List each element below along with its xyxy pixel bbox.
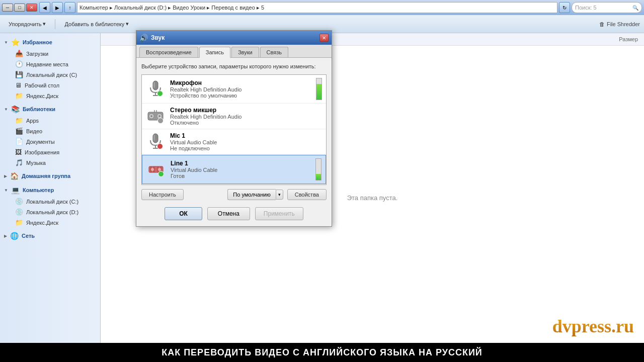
- minimize-button[interactable]: ─: [2, 4, 13, 12]
- recent-label: Недавние места: [26, 61, 68, 67]
- sidebar-item-recent[interactable]: 🕐 Недавние места: [11, 59, 100, 69]
- mic1-status: Не подключено: [170, 145, 322, 151]
- sidebar-item-video[interactable]: 🎬 Видео: [11, 126, 100, 136]
- computer-items: 💿 Локальный диск (C:) 💿 Локальный диск (…: [0, 196, 100, 228]
- homegroup-chevron: ▶: [4, 174, 7, 178]
- homegroup-header[interactable]: ▶ 🏠 Домашняя группа: [0, 170, 100, 182]
- libraries-header[interactable]: ▼ 📚 Библиотеки: [0, 103, 100, 115]
- favorites-section: ▼ ⭐ Избранное 📥 Загрузки 🕐 Недавние мест…: [0, 36, 100, 101]
- sidebar-item-yandex-disk[interactable]: 📁 Яндекс.Диск: [11, 217, 100, 228]
- sidebar-item-downloads[interactable]: 📥 Загрузки: [11, 48, 100, 59]
- device-item-stereo-mixer[interactable]: Стерео микшер Realtek High Definition Au…: [142, 104, 326, 129]
- refresh-button[interactable]: ↻: [559, 2, 570, 13]
- default-dropdown[interactable]: По умолчанию ▾: [227, 189, 283, 200]
- favorites-header[interactable]: ▼ ⭐ Избранное: [0, 36, 100, 48]
- drive-d-icon: 💿: [15, 208, 23, 216]
- favorites-chevron: ▼: [4, 40, 8, 45]
- homegroup-section: ▶ 🏠 Домашняя группа: [0, 170, 100, 182]
- ok-button[interactable]: ОК: [165, 207, 202, 220]
- homegroup-label: Домашняя группа: [22, 173, 70, 179]
- stereo-info: Стерео микшер Realtek High Definition Au…: [170, 107, 322, 126]
- sidebar-item-music[interactable]: 🎵 Музыка: [11, 157, 100, 168]
- microphone-info: Микрофон Realtek High Definition Audio У…: [170, 79, 311, 99]
- up-button[interactable]: ↑: [64, 2, 75, 13]
- line1-info: Line 1 Virtual Audio Cable Готов: [171, 160, 310, 179]
- sidebar-item-images[interactable]: 🖼 Изображения: [11, 147, 100, 157]
- configure-button[interactable]: Настроить: [141, 189, 184, 200]
- libraries-icon: 📚: [11, 105, 20, 113]
- device-list[interactable]: Микрофон Realtek High Definition Audio У…: [141, 74, 327, 185]
- mic1-info: Mic 1 Virtual Audio Cable Не подключено: [170, 132, 322, 151]
- dialog-body: Выберите устройство записи, параметры ко…: [136, 58, 332, 226]
- yandex-disk-icon: 📁: [15, 219, 23, 226]
- computer-chevron: ▼: [4, 188, 8, 193]
- add-library-button[interactable]: Добавить в библиотеку ▾: [60, 19, 133, 29]
- sidebar-item-yandex-fav[interactable]: 📁 Яндекс.Диск: [11, 90, 100, 101]
- line1-level-fill: [316, 174, 321, 180]
- toolbar-separator: [55, 19, 55, 29]
- tab-playback[interactable]: Воспроизведение: [139, 47, 198, 57]
- default-dropdown-arrow[interactable]: ▾: [276, 190, 283, 200]
- search-text: Поиск: 5: [575, 5, 597, 11]
- recent-icon: 🕐: [15, 60, 23, 68]
- caption-text: КАК ПЕРЕВОДИТЬ ВИДЕО С АНГЛИЙСКОГО ЯЗЫКА…: [162, 347, 482, 358]
- apps-icon: 📁: [15, 117, 23, 124]
- network-section: ▶ 🌐 Сеть: [0, 230, 100, 242]
- close-button[interactable]: ✕: [26, 4, 37, 12]
- sidebar-item-drive-c[interactable]: 💿 Локальный диск (C:): [11, 196, 100, 207]
- line1-driver: Virtual Audio Cable: [171, 167, 310, 173]
- tab-sounds[interactable]: Звуки: [231, 47, 259, 57]
- images-icon: 🖼: [15, 148, 22, 156]
- tab-comm[interactable]: Связь: [260, 47, 288, 57]
- sidebar-item-documents[interactable]: 📄 Документы: [11, 136, 100, 147]
- search-icon: 🔍: [632, 5, 638, 11]
- microphone-name: Микрофон: [170, 79, 311, 86]
- search-box[interactable]: Поиск: 5 🔍: [572, 2, 642, 13]
- network-label: Сеть: [22, 233, 35, 239]
- dialog-title-icon: 🔊: [139, 34, 148, 42]
- computer-header[interactable]: ▼ 💻 Компьютер: [0, 184, 100, 196]
- line1-name: Line 1: [171, 160, 310, 167]
- local-c-icon: 💾: [15, 71, 23, 78]
- microphone-icon-box: [146, 79, 165, 99]
- window-controls: ─ □ ✕: [2, 4, 37, 12]
- maximize-button[interactable]: □: [14, 4, 25, 12]
- default-dropdown-main[interactable]: По умолчанию: [227, 189, 275, 200]
- device-item-spdif[interactable]: S/PDIF 1 Virtual Audio Cable Выключено, …: [142, 184, 326, 185]
- organize-chevron: ▾: [43, 21, 46, 27]
- images-label: Изображения: [25, 149, 59, 155]
- microphone-driver: Realtek High Definition Audio: [170, 86, 311, 93]
- video-icon: 🎬: [15, 127, 23, 135]
- svg-point-7: [150, 115, 152, 117]
- device-item-line1[interactable]: Line 1 Virtual Audio Cable Готов: [142, 155, 326, 184]
- sidebar-item-desktop[interactable]: 🖥 Рабочий стол: [11, 80, 100, 90]
- sidebar-item-drive-d[interactable]: 💿 Локальный диск (D:): [11, 207, 100, 217]
- address-bar[interactable]: Компьютер ▸ Локальный диск (D:) ▸ Видео …: [77, 2, 557, 13]
- drive-c-label: Локальный диск (C:): [26, 199, 78, 205]
- svg-rect-3: [153, 82, 155, 88]
- microphone-level-bar: [316, 78, 322, 100]
- sound-dialog[interactable]: 🔊 Звук ✕ Воспроизведение Запись Звуки Св…: [136, 30, 332, 227]
- computer-label: Компьютер: [23, 187, 54, 193]
- desktop-icon: 🖥: [15, 81, 22, 89]
- properties-button[interactable]: Свойства: [287, 189, 327, 200]
- device-item-mic1[interactable]: Mic 1 Virtual Audio Cable Не подключено: [142, 129, 326, 155]
- empty-folder-text: Эта папка пуста.: [347, 194, 398, 202]
- tab-record[interactable]: Запись: [199, 47, 230, 58]
- favorites-items: 📥 Загрузки 🕐 Недавние места 💾 Локальный …: [0, 48, 100, 101]
- sidebar-item-apps[interactable]: 📁 Apps: [11, 115, 100, 126]
- watermark: dvpress.ru: [552, 316, 634, 337]
- network-header[interactable]: ▶ 🌐 Сеть: [0, 230, 100, 242]
- back-button[interactable]: ◀: [39, 2, 50, 13]
- dialog-close-button[interactable]: ✕: [319, 34, 329, 42]
- sidebar-item-local-c[interactable]: 💾 Локальный диск (C): [11, 69, 100, 80]
- organize-button[interactable]: Упорядочить ▾: [4, 19, 50, 29]
- cancel-button[interactable]: Отмена: [207, 207, 250, 220]
- mic1-icon-box: [146, 132, 165, 151]
- local-c-label: Локальный диск (C): [26, 72, 77, 78]
- mic1-name: Mic 1: [170, 132, 322, 139]
- yandex-disk-label: Яндекс.Диск: [26, 220, 58, 226]
- device-item-microphone[interactable]: Микрофон Realtek High Definition Audio У…: [142, 75, 326, 104]
- forward-button[interactable]: ▶: [52, 2, 63, 13]
- apply-button[interactable]: Применить: [255, 207, 303, 220]
